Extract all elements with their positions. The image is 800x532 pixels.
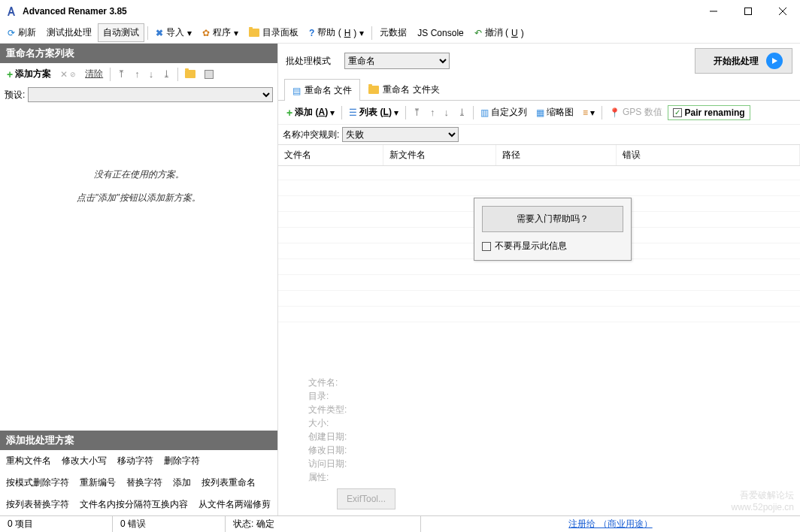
move-bottom-button[interactable]: ⤓ [159,66,174,82]
detail-filename: 文件名: [308,376,789,389]
separator [473,106,474,119]
dir-panel-button[interactable]: 目录面板 [244,24,303,41]
move-top-button[interactable]: ⤒ [409,104,425,120]
preset-select[interactable] [28,87,273,102]
import-button[interactable]: ✖导入▾ [151,24,196,41]
folder-icon [185,70,195,78]
col-path[interactable]: 路径 [496,145,617,165]
col-error[interactable]: 错误 [617,145,800,165]
minimize-button[interactable] [696,0,731,23]
link-swap[interactable]: 文件名内按分隔符互换内容 [80,498,188,511]
link-trim[interactable]: 从文件名两端修剪 [198,498,271,511]
window-buttons [696,0,800,23]
add-method-button[interactable]: +添加方案 [3,65,55,83]
right-panel: 批处理模式 重命名 开始批处理 ▤重命名 文件 重命名 文件夹 +添加 (A)▾… [278,44,800,515]
link-list-replace[interactable]: 按列表替换字符 [6,498,69,511]
add-batch-links: 重构文件名 修改大小写 移动字符 删除字符 按模式删除字符 重新编号 替换字符 … [0,450,277,515]
table-row [278,307,800,322]
add-files-button[interactable]: +添加 (A)▾ [283,104,338,121]
link-replace[interactable]: 替换字符 [126,476,162,489]
folder-icon [368,86,379,94]
clear-methods-button[interactable]: 清除 [81,65,107,83]
help-dont-show-checkbox[interactable]: 不要再显示此信息 [482,240,623,252]
open-preset-button[interactable] [181,68,199,80]
left-panel: 重命名方案列表 +添加方案 ✕⊘ 清除 ⤒ ↑ ↓ ⤓ 预设: 没有正在使用的方… [0,44,278,515]
help-button[interactable]: ?帮助 (H)▾ [305,24,368,41]
start-batch-button[interactable]: 开始批处理 [695,48,792,74]
link-remove-pattern[interactable]: 按模式删除字符 [6,476,69,489]
link-add[interactable]: 添加 [173,476,191,489]
delete-method-button[interactable]: ✕⊘ [56,67,80,82]
table-row [278,291,800,307]
close-button[interactable] [765,0,800,23]
link-remove[interactable]: 删除字符 [164,455,200,467]
gps-button[interactable]: 📍GPS 数值 [605,104,666,121]
batch-mode-select[interactable]: 重命名 [344,53,450,69]
move-down-button[interactable]: ↓ [440,104,453,120]
display-options-button[interactable]: ≡▾ [579,105,598,120]
exiftool-button[interactable]: ExifTool... [337,488,395,509]
link-list[interactable]: 按列表重命名 [202,476,256,489]
list-button[interactable]: ☰列表 (L)▾ [345,104,402,121]
conflict-select[interactable]: 失败 [342,127,459,142]
undo-button[interactable]: ↶撤消 (U) [470,24,529,41]
status-errors: 0 错误 [113,516,226,532]
checkbox-checked-icon: ✓ [673,108,682,117]
pair-renaming-checkbox[interactable]: ✓Pair renaming [668,105,750,120]
link-renumber[interactable]: 重新编号 [80,476,116,489]
register-link[interactable]: 注册给 （商业用途） [568,518,652,530]
detail-modified: 修改日期: [308,443,789,457]
refresh-button[interactable]: ⟳刷新 [3,24,41,41]
detail-created: 创建日期: [308,430,789,443]
arrow-down-icon: ↓ [444,107,449,118]
maximize-button[interactable] [731,0,765,23]
auto-test-button[interactable]: 自动测试 [98,23,144,42]
custom-columns-button[interactable]: ▥自定义列 [477,104,531,121]
refresh-icon: ⟳ [8,28,15,38]
test-batch-button[interactable]: 测试批处理 [42,24,96,41]
methods-empty-message: 没有正在使用的方案。 点击"添加"按钮以添加新方案。 [0,104,277,431]
save-preset-button[interactable] [201,68,217,81]
grid-rows: 需要入门帮助吗？ 不要再显示此信息 [278,165,800,368]
tab-rename-files[interactable]: ▤重命名 文件 [284,79,360,101]
undo-icon: ↶ [474,28,482,38]
program-button[interactable]: ✿程序▾ [198,24,243,41]
chevron-down-icon: ▾ [359,28,364,38]
metadata-button[interactable]: 元数据 [375,24,411,41]
chevron-down-icon: ▾ [330,107,335,118]
arrow-down-icon: ↓ [149,68,154,80]
play-icon [766,53,783,69]
move-top-button[interactable]: ⤒ [114,66,129,82]
move-bottom-button[interactable]: ⤓ [454,104,470,120]
move-up-button[interactable]: ↑ [131,66,144,82]
detail-type: 文件类型: [308,403,789,416]
js-console-button[interactable]: JS Console [413,26,468,41]
detail-attrs: 属性: [308,470,789,484]
methods-toolbar: +添加方案 ✕⊘ 清除 ⤒ ↑ ↓ ⤓ [0,63,277,85]
move-down-button[interactable]: ↓ [145,66,158,82]
link-new-case[interactable]: 修改大小写 [62,455,107,467]
help-popup: 需要入门帮助吗？ 不要再显示此信息 [474,198,632,261]
separator [177,68,178,81]
separator [110,68,111,81]
status-state: 状态: 确定 [226,516,421,532]
move-up-button[interactable]: ↑ [426,104,439,120]
thumbnails-button[interactable]: ▦缩略图 [532,104,577,121]
link-new-name[interactable]: 重构文件名 [6,455,51,467]
separator [371,26,372,40]
table-row [278,180,800,196]
detail-dir: 目录: [308,389,789,403]
col-filename[interactable]: 文件名 [278,145,383,165]
link-move[interactable]: 移动字符 [117,455,153,467]
arrow-up-icon: ↑ [430,107,435,118]
plus-icon: + [286,107,292,119]
help-popup-button[interactable]: 需要入门帮助吗？ [482,206,623,232]
add-batch-panel: 添加批处理方案 重构文件名 修改大小写 移动字符 删除字符 按模式删除字符 重新… [0,431,277,515]
app-icon [6,5,18,17]
tab-rename-folders[interactable]: 重命名 文件夹 [360,78,447,100]
chevron-down-icon: ▾ [394,107,398,118]
col-newname[interactable]: 新文件名 [383,145,496,165]
chevron-down-icon: ▾ [590,107,595,118]
status-bar: 0 项目 0 错误 状态: 确定 注册给 （商业用途） [0,515,800,532]
detail-size: 大小: [308,416,789,430]
